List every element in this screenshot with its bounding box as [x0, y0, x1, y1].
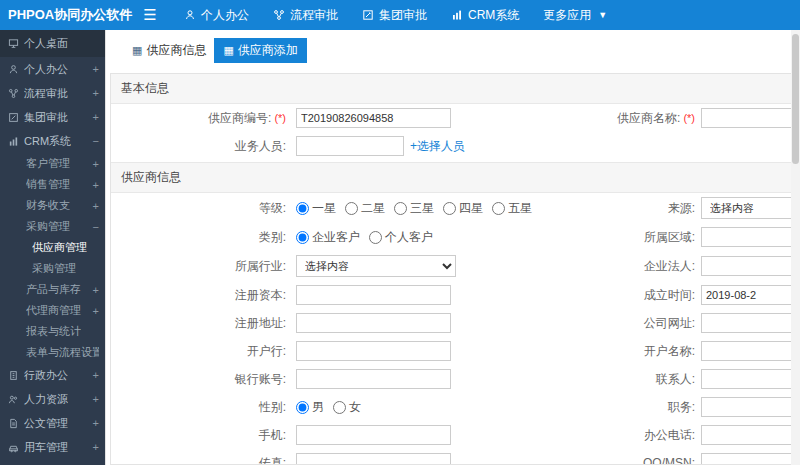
sidebar: 个人桌面 个人办公 + 流程审批 + 集团审批 + CRM系统 − — [0, 30, 105, 465]
mobile-input[interactable] — [296, 425, 451, 445]
category-label: 类别: — [111, 229, 296, 246]
grade-radio-4star[interactable]: 四星 — [443, 200, 483, 217]
sidebar-item-agent-mgmt[interactable]: 代理商管理 + — [0, 300, 105, 321]
scrollbar-thumb[interactable] — [792, 34, 799, 164]
row-supplier-no-name: 供应商编号:(*) 供应商名称:(*) — [111, 104, 799, 132]
users-icon — [8, 394, 19, 405]
choose-person-link[interactable]: +选择人员 — [410, 138, 465, 155]
industry-select[interactable]: 选择内容 — [296, 255, 456, 277]
sidebar-item-supplier-mgmt[interactable]: 供应商管理 — [0, 237, 105, 258]
founded-input[interactable] — [701, 285, 800, 305]
staff-input[interactable] — [296, 136, 404, 156]
bank-label: 开户行: — [111, 343, 296, 360]
bank-account-input[interactable] — [296, 369, 451, 389]
fax-label: 传真: — [111, 455, 296, 465]
sidebar-item-admin-office[interactable]: 行政办公 + — [0, 363, 105, 387]
row-category-region: 类别: 企业客户 个人客户 所属区域: — [111, 223, 799, 251]
expand-icon: + — [89, 417, 99, 429]
nav-group-approval[interactable]: 集团审批 — [350, 0, 439, 30]
office-phone-input[interactable] — [701, 425, 800, 445]
grade-radio-1star[interactable]: 一星 — [296, 200, 336, 217]
job-title-input[interactable] — [701, 397, 800, 417]
document-icon — [8, 418, 19, 429]
nav-workflow-approval[interactable]: 流程审批 — [261, 0, 350, 30]
category-radio-company[interactable]: 企业客户 — [296, 229, 360, 246]
sidebar-item-group-approval[interactable]: 集团审批 + — [0, 105, 105, 129]
supplier-no-input[interactable] — [296, 108, 451, 128]
sidebar-item-hr[interactable]: 人力资源 + — [0, 387, 105, 411]
desktop-icon — [8, 38, 19, 49]
expand-icon: + — [89, 158, 99, 170]
sidebar-item-document-mgmt[interactable]: 公文管理 + — [0, 411, 105, 435]
account-name-input[interactable] — [701, 341, 800, 361]
capital-input[interactable] — [296, 285, 451, 305]
row-mobile-officephone: 手机: 办公电话: — [111, 421, 799, 449]
tab-supplier-info[interactable]: ▦ 供应商信息 — [132, 42, 206, 59]
gender-radio-female[interactable]: 女 — [333, 399, 361, 416]
grade-radio-3star[interactable]: 三星 — [394, 200, 434, 217]
sidebar-item-vehicle-mgmt[interactable]: 用车管理 + — [0, 435, 105, 459]
sidebar-item-form-flow-settings[interactable]: 表单与流程设置+ — [0, 342, 105, 363]
main-nav: 个人办公 流程审批 集团审批 CRM系统 更多应用 ▼ — [172, 0, 619, 30]
supplier-no-label: 供应商编号:(*) — [111, 110, 296, 127]
collapse-icon: − — [89, 221, 99, 233]
person-icon — [184, 9, 196, 21]
sidebar-item-personal-office[interactable]: 个人办公 + — [0, 57, 105, 81]
source-label: 来源: — [591, 200, 701, 217]
sidebar-item-crm-system[interactable]: CRM系统 − — [0, 129, 105, 153]
grade-label: 等级: — [111, 200, 296, 217]
sidebar-item-product-inventory[interactable]: 产品与库存 + — [0, 279, 105, 300]
contact-input[interactable] — [701, 369, 800, 389]
office-phone-label: 办公电话: — [591, 427, 701, 444]
sidebar-item-workflow-approval[interactable]: 流程审批 + — [0, 81, 105, 105]
reg-address-input[interactable] — [296, 313, 451, 333]
region-input[interactable] — [701, 227, 800, 247]
sidebar-item-purchase-mgmt[interactable]: 采购管理 − — [0, 216, 105, 237]
legal-person-input[interactable] — [701, 256, 800, 276]
nav-personal-office[interactable]: 个人办公 — [172, 0, 261, 30]
expand-icon: + — [89, 284, 99, 296]
qq-msn-input[interactable] — [701, 453, 800, 465]
sidebar-item-customer-mgmt[interactable]: 客户管理 + — [0, 153, 105, 174]
car-icon — [8, 442, 19, 453]
bank-input[interactable] — [296, 341, 451, 361]
expand-icon: + — [89, 87, 99, 99]
menu-toggle-icon[interactable]: ☰ — [136, 6, 164, 24]
nav-crm-system[interactable]: CRM系统 — [439, 0, 531, 30]
building-icon — [8, 370, 19, 381]
expand-icon: + — [89, 369, 99, 381]
industry-label: 所属行业: — [111, 258, 296, 275]
account-name-label: 开户名称: — [591, 343, 701, 360]
website-input[interactable] — [701, 313, 800, 333]
expand-icon: + — [89, 111, 99, 123]
tab-supplier-add[interactable]: ▦ 供应商添加 — [214, 38, 306, 63]
reg-address-label: 注册地址: — [111, 315, 296, 332]
supplier-name-label: 供应商名称:(*) — [591, 110, 701, 127]
source-select[interactable]: 选择内容 — [701, 197, 800, 219]
content-area: ▦ 供应商信息 ▦ 供应商添加 基本信息 供应商编号:(*) 供应商名称:(* — [105, 30, 800, 465]
row-regaddress-website: 注册地址: 公司网址: — [111, 309, 799, 337]
sidebar-item-desktop[interactable]: 个人桌面 — [0, 30, 105, 57]
sidebar-item-reports-stats[interactable]: 报表与统计 — [0, 321, 105, 342]
flow-icon — [8, 88, 19, 99]
row-grade-source: 等级: 一星 二星 三星 四星 五星 来源: 选择内容 — [111, 193, 799, 223]
app-logo[interactable]: PHPOA协同办公软件 — [0, 6, 130, 24]
sidebar-item-purchase-sub[interactable]: 采购管理 — [0, 258, 105, 279]
tab-bar: ▦ 供应商信息 ▦ 供应商添加 — [106, 30, 800, 67]
nav-more-apps[interactable]: 更多应用 ▼ — [531, 0, 619, 30]
supplier-name-input[interactable] — [701, 108, 800, 128]
bar-chart-icon — [451, 9, 463, 21]
grade-radio-2star[interactable]: 二星 — [345, 200, 385, 217]
sidebar-item-archive-mgmt[interactable]: 档案管理 + — [0, 459, 105, 465]
fax-input[interactable] — [296, 453, 451, 465]
grade-radio-5star[interactable]: 五星 — [492, 200, 532, 217]
sidebar-item-finance[interactable]: 财务收支 + — [0, 195, 105, 216]
supplier-add-form: 基本信息 供应商编号:(*) 供应商名称:(*) 业务人员: — [110, 73, 800, 465]
gender-radio-male[interactable]: 男 — [296, 399, 324, 416]
person-icon — [8, 64, 19, 75]
flow-icon — [273, 9, 285, 21]
contact-label: 联系人: — [591, 371, 701, 388]
category-radio-personal[interactable]: 个人客户 — [369, 229, 433, 246]
row-bankaccount-contact: 银行账号: 联系人: — [111, 365, 799, 393]
sidebar-item-sales-mgmt[interactable]: 销售管理 + — [0, 174, 105, 195]
